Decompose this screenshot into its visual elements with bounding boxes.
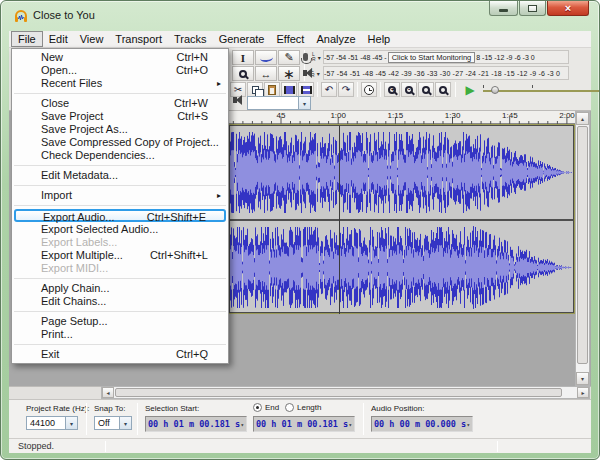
menu-item-close[interactable]: CloseCtrl+W [12, 97, 228, 110]
menubar-item-help[interactable]: Help [362, 31, 397, 47]
snap-to-value: Off [98, 418, 110, 428]
scroll-down-button[interactable]: ▾ [576, 372, 589, 385]
envelope-tool-button[interactable] [255, 50, 277, 65]
undo-icon: ↶ [325, 84, 333, 95]
close-icon: × [565, 2, 571, 15]
horizontal-scrollbar[interactable]: ◂ ▸ [101, 386, 590, 399]
menu-separator [14, 205, 226, 206]
playback-meter-button[interactable]: LR ▾ [301, 66, 321, 80]
menubar-item-file[interactable]: File [11, 31, 43, 47]
menubar-item-edit[interactable]: Edit [43, 31, 74, 47]
speaker-icon [233, 97, 237, 103]
playback-speed-slider[interactable] [483, 85, 533, 95]
fit-project-button[interactable] [435, 82, 451, 97]
minimize-button[interactable] [489, 1, 518, 16]
fit-selection-button[interactable] [418, 82, 434, 97]
scroll-up-button[interactable]: ▴ [576, 112, 589, 125]
selection-toolbar: Project Rate (Hz): 44100 ▾ Snap To: Off … [9, 399, 591, 438]
selection-start-field[interactable]: 00 h 01 m 00.181 s ▾ [145, 416, 247, 432]
audio-position-field[interactable]: 00 h 00 m 00.000 s ▾ [371, 416, 473, 432]
audacity-window: Close to You × FileEditViewTransportTrac… [0, 0, 600, 460]
audio-track[interactable] [228, 124, 575, 314]
menubar-item-tracks[interactable]: Tracks [168, 31, 213, 47]
monitor-label[interactable]: Click to Start Monitoring [388, 52, 476, 63]
playback-meter[interactable]: -57 -54 -51 -48 -45 -42 -39 -36 -33 -30 … [323, 66, 569, 80]
menu-item-open[interactable]: Open...Ctrl+O [12, 64, 228, 77]
chevron-down-icon: ▾ [348, 421, 352, 428]
menu-item-print[interactable]: Print... [12, 328, 228, 341]
end-radio[interactable]: End [253, 403, 279, 412]
copy-icon [252, 86, 259, 94]
undo-button[interactable]: ↶ [321, 82, 337, 97]
menu-item-apply-chain[interactable]: Apply Chain... [12, 282, 228, 295]
paste-button[interactable] [264, 82, 280, 97]
selection-tool-button[interactable]: I [232, 50, 254, 65]
menubar-item-analyze[interactable]: Analyze [310, 31, 361, 47]
menubar-item-generate[interactable]: Generate [213, 31, 271, 47]
menu-item-edit-metadata[interactable]: Edit Metadata... [12, 169, 228, 182]
menu-item-check-dependencies[interactable]: Check Dependencies... [12, 149, 228, 162]
zoom-in-button[interactable]: + [384, 82, 400, 97]
snap-to-select[interactable]: Off ▾ [94, 416, 132, 430]
menu-item-import[interactable]: Import▸ [12, 189, 228, 202]
menubar-item-effect[interactable]: Effect [271, 31, 311, 47]
menu-item-save-project-as[interactable]: Save Project As... [12, 123, 228, 136]
project-rate-select[interactable]: 44100 ▾ [26, 416, 78, 430]
meter-lr-label: LR [312, 52, 316, 62]
menu-item-save-compressed-copy-of-project[interactable]: Save Compressed Copy of Project... [12, 136, 228, 149]
scroll-left-button[interactable]: ◂ [102, 387, 114, 398]
menu-item-export-selected-audio[interactable]: Export Selected Audio... [12, 223, 228, 236]
ruler-label: 1:15 [388, 111, 404, 120]
record-meter-scale-right: 8 -15 -12 -9 -6 -3 0 [476, 54, 534, 61]
selection-start-value: 00 h 01 m 00.181 s [148, 419, 240, 429]
project-rate-value: 44100 [30, 418, 55, 428]
trim-audio-button[interactable] [281, 82, 297, 97]
timeline-ruler[interactable]: 451:001:151:301:452:00 [228, 111, 575, 124]
scroll-right-button[interactable]: ▸ [577, 387, 589, 398]
menu-separator [14, 278, 226, 279]
zoom-out-button[interactable]: - [401, 82, 417, 97]
selection-end-value: 00 h 01 m 00.181 s [256, 419, 348, 429]
slider-thumb[interactable] [491, 86, 499, 94]
redo-button[interactable]: ↷ [338, 82, 354, 97]
close-button[interactable]: × [547, 1, 589, 16]
menu-item-page-setup[interactable]: Page Setup... [12, 315, 228, 328]
device-toolbar [231, 97, 245, 103]
ruler-label: 45 [277, 111, 286, 120]
selection-end-field[interactable]: 00 h 01 m 00.181 s ▾ [253, 416, 355, 432]
vertical-scrollbar[interactable]: ▴ ▾ [575, 111, 590, 386]
fit-project-icon [439, 86, 447, 94]
silence-audio-button[interactable] [298, 82, 314, 97]
zoom-in-icon: + [388, 86, 396, 94]
draw-tool-button[interactable]: ✎ [278, 50, 300, 65]
record-meter-button[interactable]: LR ▾ [301, 50, 321, 64]
output-device-select[interactable]: ▾ [247, 96, 311, 110]
titlebar[interactable]: Close to You × [1, 1, 599, 31]
menu-separator [14, 185, 226, 186]
horizontal-scroll-thumb[interactable] [115, 388, 562, 397]
zoom-tool-button[interactable] [232, 66, 254, 81]
menu-item-exit[interactable]: ExitCtrl+Q [12, 348, 228, 361]
maximize-button[interactable] [519, 1, 546, 16]
menubar-item-transport[interactable]: Transport [109, 31, 168, 47]
envelope-icon [259, 53, 273, 62]
selection-start-label: Selection Start: [145, 404, 199, 413]
multi-tool-button[interactable]: ∗ [278, 66, 300, 81]
menu-item-save-project[interactable]: Save ProjectCtrl+S [12, 110, 228, 123]
length-radio[interactable]: Length [285, 403, 321, 412]
menubar-item-view[interactable]: View [74, 31, 110, 47]
scissors-icon: ✂ [234, 84, 242, 95]
sync-lock-button[interactable] [361, 82, 377, 97]
audacity-logo-icon [13, 8, 29, 24]
vertical-scroll-thumb[interactable] [577, 126, 588, 364]
copy-button[interactable] [247, 82, 263, 97]
record-meter[interactable]: -57 -54 -51 -48 -45 - Click to Start Mon… [323, 50, 569, 64]
window-title: Close to You [33, 9, 95, 21]
menu-item-export-audio[interactable]: Export Audio...Ctrl+Shift+E [14, 209, 226, 222]
play-at-speed-button[interactable]: ▶ [461, 82, 479, 97]
menu-item-new[interactable]: NewCtrl+N [12, 51, 228, 64]
timeshift-tool-button[interactable]: ↔ [255, 66, 277, 81]
menu-item-edit-chains[interactable]: Edit Chains... [12, 295, 228, 308]
menu-item-export-multiple[interactable]: Export Multiple...Ctrl+Shift+L [12, 249, 228, 262]
menu-item-recent-files[interactable]: Recent Files▸ [12, 77, 228, 90]
